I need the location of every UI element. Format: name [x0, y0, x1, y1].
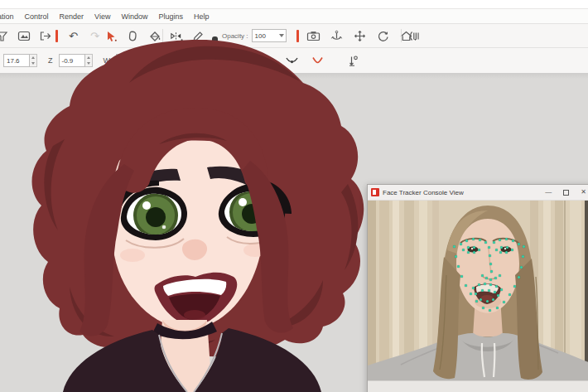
- tracking-dot: [523, 245, 525, 248]
- tracking-dot: [522, 255, 524, 258]
- tracking-dot: [467, 246, 470, 249]
- tracking-dot: [492, 298, 494, 301]
- tracker-app-icon: [371, 188, 379, 196]
- tracking-dot: [481, 274, 484, 277]
- tracking-dot: [479, 239, 481, 241]
- tracking-dot: [467, 251, 470, 254]
- tracking-dot: [453, 245, 455, 248]
- tracking-dot: [505, 238, 508, 240]
- face-tracker-window: Face Tracker Console View — ✕: [367, 184, 588, 392]
- tracking-dot: [489, 254, 491, 257]
- tracking-dot: [489, 309, 491, 312]
- tracking-dot: [455, 255, 457, 258]
- tracking-dot: [499, 239, 501, 241]
- tracking-dot: [496, 307, 499, 309]
- menu-item-control[interactable]: Control: [25, 12, 49, 21]
- tracking-dot: [481, 289, 484, 292]
- tracking-dot: [484, 283, 486, 285]
- toolbar-separator-2: [401, 29, 402, 42]
- menu-item-view[interactable]: View: [94, 12, 110, 21]
- tracking-dot: [506, 246, 508, 249]
- webcam-feed: [368, 201, 588, 380]
- menu-item-render[interactable]: Render: [60, 12, 84, 21]
- tracking-dot: [518, 276, 520, 278]
- tracker-footer: [368, 380, 588, 392]
- tracker-titlebar[interactable]: Face Tracker Console View — ✕: [368, 185, 588, 201]
- tracking-dot: [494, 291, 496, 293]
- menu-bar: ation Control Render View Window Plugins…: [0, 9, 588, 24]
- tracking-dot: [482, 307, 484, 309]
- tracking-dot: [484, 241, 487, 244]
- tracking-dot: [488, 289, 490, 292]
- tracking-dot: [500, 246, 503, 249]
- tracking-dot: [518, 243, 520, 245]
- tracking-dots: [368, 201, 588, 380]
- tracking-dot: [460, 275, 463, 278]
- tracking-dot: [489, 283, 492, 286]
- tracking-dot: [489, 263, 492, 265]
- tracking-dot: [475, 293, 477, 295]
- close-button[interactable]: ✕: [581, 189, 586, 196]
- tracking-dot: [505, 251, 508, 254]
- tracking-dot: [457, 265, 460, 268]
- tracking-dot: [478, 249, 480, 251]
- tracking-dot: [472, 287, 475, 289]
- tracking-dot: [497, 294, 499, 297]
- tracking-dot: [470, 293, 472, 295]
- tracking-dot: [473, 251, 475, 254]
- tracking-dot: [513, 285, 516, 288]
- tracking-dot: [465, 240, 468, 242]
- tracking-dot: [499, 251, 502, 254]
- tracking-dot: [494, 277, 497, 279]
- tracking-dot: [500, 288, 503, 291]
- minimize-button[interactable]: —: [545, 189, 552, 196]
- menu-item-window[interactable]: Window: [121, 12, 147, 21]
- tracking-dot: [473, 246, 475, 249]
- tracking-dot: [485, 277, 488, 279]
- tracking-dot: [475, 300, 478, 302]
- tracking-dot: [486, 300, 489, 302]
- tracking-dot: [493, 241, 495, 244]
- tracking-dot: [462, 249, 465, 251]
- tracking-dot: [460, 243, 462, 245]
- tracking-dot: [503, 301, 505, 303]
- window-top-strip: [0, 0, 588, 9]
- tracking-dot: [480, 298, 482, 301]
- stereo-flip-icon[interactable]: [407, 29, 422, 43]
- tracker-title: Face Tracker Console View: [383, 189, 542, 196]
- tracking-dot: [478, 283, 480, 286]
- menu-item-help[interactable]: Help: [194, 12, 210, 21]
- tracking-dot: [495, 249, 498, 251]
- tracking-dot: [520, 266, 523, 269]
- menu-item-plugins[interactable]: Plugins: [158, 12, 183, 21]
- tracking-dot: [495, 285, 498, 288]
- tracking-dot: [472, 238, 475, 240]
- tracking-dot: [465, 284, 467, 287]
- tracking-dot: [508, 293, 511, 296]
- maximize-button[interactable]: [563, 190, 569, 196]
- menu-item-animation[interactable]: ation: [0, 12, 14, 21]
- tracking-dot: [499, 274, 501, 277]
- tracking-dot: [512, 240, 514, 242]
- tracking-dot: [489, 278, 492, 281]
- opacity-dropdown-icon[interactable]: [279, 34, 284, 37]
- tracking-dot: [490, 270, 493, 273]
- tracking-dot: [488, 246, 490, 249]
- cartoon-character[interactable]: [0, 38, 383, 392]
- tracking-dot: [511, 249, 513, 251]
